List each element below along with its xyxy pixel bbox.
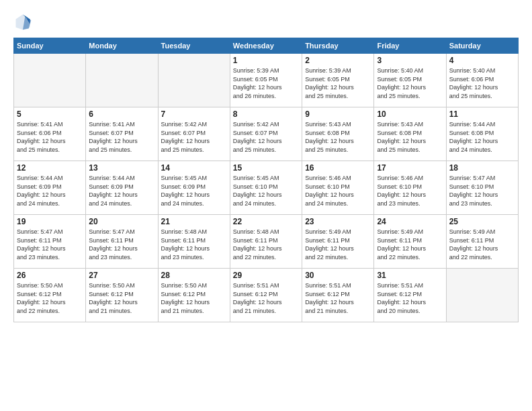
day-cell: 8Sunrise: 5:42 AM Sunset: 6:07 PM Daylig…: [230, 107, 302, 161]
day-number: 14: [161, 163, 227, 173]
day-number: 27: [89, 271, 154, 280]
page: SundayMondayTuesdayWednesdayThursdayFrid…: [0, 0, 532, 411]
day-number: 6: [89, 109, 154, 119]
day-cell: 3Sunrise: 5:40 AM Sunset: 6:05 PM Daylig…: [374, 54, 446, 107]
weekday-monday: Monday: [86, 38, 158, 54]
day-info: Sunrise: 5:45 AM Sunset: 6:10 PM Dayligh…: [233, 174, 299, 208]
day-number: 26: [17, 271, 83, 280]
day-cell: 23Sunrise: 5:49 AM Sunset: 6:11 PM Dayli…: [302, 215, 374, 269]
day-cell: 21Sunrise: 5:48 AM Sunset: 6:11 PM Dayli…: [158, 215, 230, 269]
day-info: Sunrise: 5:47 AM Sunset: 6:11 PM Dayligh…: [17, 228, 83, 261]
day-number: 18: [449, 163, 515, 173]
weekday-sunday: Sunday: [14, 38, 86, 54]
day-info: Sunrise: 5:41 AM Sunset: 6:06 PM Dayligh…: [17, 120, 83, 154]
day-number: 8: [233, 109, 299, 119]
weekday-thursday: Thursday: [302, 38, 374, 54]
weekday-friday: Friday: [374, 38, 446, 54]
week-row-3: 19Sunrise: 5:47 AM Sunset: 6:11 PM Dayli…: [14, 215, 519, 269]
day-cell: 5Sunrise: 5:41 AM Sunset: 6:06 PM Daylig…: [14, 107, 86, 161]
day-info: Sunrise: 5:47 AM Sunset: 6:11 PM Dayligh…: [89, 228, 154, 261]
day-number: 1: [233, 56, 299, 65]
day-cell: 14Sunrise: 5:45 AM Sunset: 6:09 PM Dayli…: [158, 161, 230, 215]
day-cell: 10Sunrise: 5:43 AM Sunset: 6:08 PM Dayli…: [374, 107, 446, 161]
day-number: 22: [233, 217, 299, 226]
weekday-header-row: SundayMondayTuesdayWednesdayThursdayFrid…: [14, 38, 519, 54]
day-number: 13: [89, 163, 154, 173]
weekday-wednesday: Wednesday: [230, 38, 302, 54]
day-number: 9: [305, 109, 371, 119]
day-info: Sunrise: 5:39 AM Sunset: 6:05 PM Dayligh…: [233, 66, 299, 100]
day-cell: 24Sunrise: 5:49 AM Sunset: 6:11 PM Dayli…: [374, 215, 446, 269]
day-info: Sunrise: 5:49 AM Sunset: 6:11 PM Dayligh…: [305, 228, 371, 261]
day-cell: 19Sunrise: 5:47 AM Sunset: 6:11 PM Dayli…: [14, 215, 86, 269]
day-cell: 28Sunrise: 5:50 AM Sunset: 6:12 PM Dayli…: [158, 269, 230, 322]
day-cell: 12Sunrise: 5:44 AM Sunset: 6:09 PM Dayli…: [14, 161, 86, 215]
day-info: Sunrise: 5:50 AM Sunset: 6:12 PM Dayligh…: [17, 281, 83, 315]
day-number: 15: [233, 163, 299, 173]
day-number: 11: [449, 109, 515, 119]
calendar-table: SundayMondayTuesdayWednesdayThursdayFrid…: [13, 38, 519, 322]
day-cell: 22Sunrise: 5:48 AM Sunset: 6:11 PM Dayli…: [230, 215, 302, 269]
day-cell: 30Sunrise: 5:51 AM Sunset: 6:12 PM Dayli…: [302, 269, 374, 322]
week-row-0: 1Sunrise: 5:39 AM Sunset: 6:05 PM Daylig…: [14, 54, 519, 107]
day-info: Sunrise: 5:50 AM Sunset: 6:12 PM Dayligh…: [89, 281, 154, 315]
day-number: 7: [161, 109, 227, 119]
day-cell: 18Sunrise: 5:47 AM Sunset: 6:10 PM Dayli…: [446, 161, 518, 215]
day-info: Sunrise: 5:50 AM Sunset: 6:12 PM Dayligh…: [161, 281, 227, 315]
day-number: 21: [161, 217, 227, 226]
day-info: Sunrise: 5:44 AM Sunset: 6:09 PM Dayligh…: [17, 174, 83, 208]
day-info: Sunrise: 5:46 AM Sunset: 6:10 PM Dayligh…: [377, 174, 443, 208]
day-number: 10: [377, 109, 443, 119]
day-number: 3: [377, 56, 443, 65]
day-info: Sunrise: 5:44 AM Sunset: 6:09 PM Dayligh…: [89, 174, 154, 208]
weekday-tuesday: Tuesday: [158, 38, 230, 54]
day-info: Sunrise: 5:51 AM Sunset: 6:12 PM Dayligh…: [305, 281, 371, 315]
day-number: 29: [233, 271, 299, 280]
day-number: 23: [305, 217, 371, 226]
day-number: 31: [377, 271, 443, 280]
day-info: Sunrise: 5:49 AM Sunset: 6:11 PM Dayligh…: [377, 228, 443, 261]
day-info: Sunrise: 5:48 AM Sunset: 6:11 PM Dayligh…: [233, 228, 299, 261]
day-info: Sunrise: 5:47 AM Sunset: 6:10 PM Dayligh…: [449, 174, 515, 208]
day-cell: 7Sunrise: 5:42 AM Sunset: 6:07 PM Daylig…: [158, 107, 230, 161]
day-cell: 29Sunrise: 5:51 AM Sunset: 6:12 PM Dayli…: [230, 269, 302, 322]
day-number: 19: [17, 217, 83, 226]
day-number: 30: [305, 271, 371, 280]
day-info: Sunrise: 5:48 AM Sunset: 6:11 PM Dayligh…: [161, 228, 227, 261]
logo: [13, 12, 35, 31]
day-info: Sunrise: 5:43 AM Sunset: 6:08 PM Dayligh…: [305, 120, 371, 154]
week-row-4: 26Sunrise: 5:50 AM Sunset: 6:12 PM Dayli…: [14, 269, 519, 322]
day-cell: 15Sunrise: 5:45 AM Sunset: 6:10 PM Dayli…: [230, 161, 302, 215]
day-cell: 1Sunrise: 5:39 AM Sunset: 6:05 PM Daylig…: [230, 54, 302, 107]
day-number: 2: [305, 56, 371, 65]
day-cell: 11Sunrise: 5:44 AM Sunset: 6:08 PM Dayli…: [446, 107, 518, 161]
day-cell: 4Sunrise: 5:40 AM Sunset: 6:06 PM Daylig…: [446, 54, 518, 107]
day-cell: [446, 269, 518, 322]
week-row-1: 5Sunrise: 5:41 AM Sunset: 6:06 PM Daylig…: [14, 107, 519, 161]
day-number: 5: [17, 109, 83, 119]
weekday-saturday: Saturday: [446, 38, 518, 54]
day-info: Sunrise: 5:42 AM Sunset: 6:07 PM Dayligh…: [233, 120, 299, 154]
day-cell: 27Sunrise: 5:50 AM Sunset: 6:12 PM Dayli…: [86, 269, 158, 322]
day-number: 20: [89, 217, 154, 226]
day-cell: 31Sunrise: 5:51 AM Sunset: 6:12 PM Dayli…: [374, 269, 446, 322]
day-info: Sunrise: 5:39 AM Sunset: 6:05 PM Dayligh…: [305, 66, 371, 100]
day-number: 25: [449, 217, 515, 226]
day-info: Sunrise: 5:40 AM Sunset: 6:05 PM Dayligh…: [377, 66, 443, 100]
day-info: Sunrise: 5:46 AM Sunset: 6:10 PM Dayligh…: [305, 174, 371, 208]
day-info: Sunrise: 5:45 AM Sunset: 6:09 PM Dayligh…: [161, 174, 227, 208]
day-number: 28: [161, 271, 227, 280]
day-number: 4: [449, 56, 515, 65]
day-info: Sunrise: 5:51 AM Sunset: 6:12 PM Dayligh…: [377, 281, 443, 315]
day-info: Sunrise: 5:49 AM Sunset: 6:11 PM Dayligh…: [449, 228, 515, 261]
day-cell: [86, 54, 158, 107]
day-info: Sunrise: 5:51 AM Sunset: 6:12 PM Dayligh…: [233, 281, 299, 315]
day-cell: 25Sunrise: 5:49 AM Sunset: 6:11 PM Dayli…: [446, 215, 518, 269]
day-cell: [14, 54, 86, 107]
day-cell: 13Sunrise: 5:44 AM Sunset: 6:09 PM Dayli…: [86, 161, 158, 215]
day-info: Sunrise: 5:43 AM Sunset: 6:08 PM Dayligh…: [377, 120, 443, 154]
day-cell: 20Sunrise: 5:47 AM Sunset: 6:11 PM Dayli…: [86, 215, 158, 269]
day-number: 17: [377, 163, 443, 173]
logo-icon: [13, 12, 32, 31]
header: [13, 12, 519, 31]
